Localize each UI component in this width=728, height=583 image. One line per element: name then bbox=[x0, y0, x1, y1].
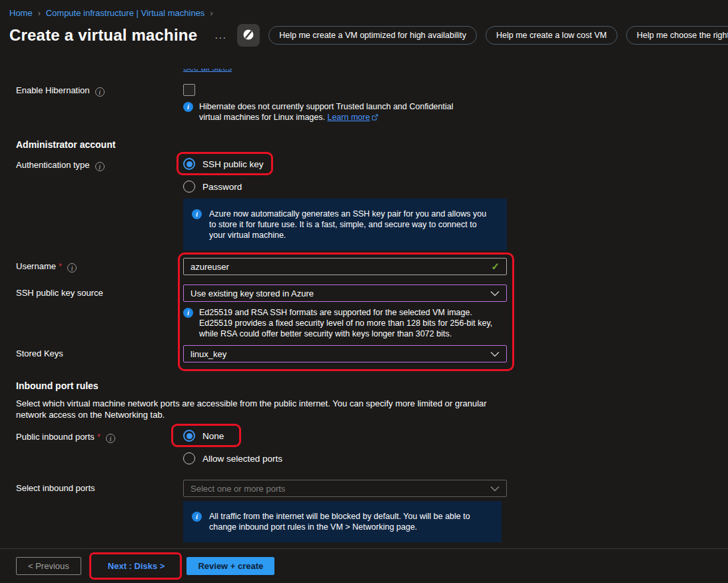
auth-option-ssh-public-key[interactable]: SSH public key bbox=[183, 158, 264, 170]
inbound-rules-heading: Inbound port rules bbox=[16, 380, 728, 391]
radio-unselected-icon[interactable] bbox=[183, 452, 195, 464]
auth-type-label: Authentication type bbox=[0, 158, 183, 193]
info-icon[interactable] bbox=[95, 162, 105, 171]
info-icon bbox=[183, 102, 193, 112]
public-ports-option-none[interactable]: None bbox=[183, 430, 224, 442]
info-icon bbox=[192, 209, 202, 219]
wizard-footer: < Previous Next : Disks > Review + creat… bbox=[0, 548, 728, 583]
valid-check-icon: ✓ bbox=[491, 261, 500, 273]
blocked-traffic-infobox: All traffic from the internet will be bl… bbox=[183, 501, 502, 542]
key-source-dropdown[interactable]: Use existing key stored in Azure bbox=[183, 285, 507, 302]
external-link-icon bbox=[372, 113, 378, 123]
previous-button[interactable]: < Previous bbox=[16, 557, 81, 575]
info-icon[interactable] bbox=[106, 434, 115, 443]
breadcrumb: Home›Compute infrastructure | Virtual ma… bbox=[0, 0, 728, 18]
page-title: Create a virtual machine bbox=[9, 26, 197, 45]
ssh-keypair-infobox: Azure now automatically generates an SSH… bbox=[183, 199, 507, 251]
chevron-down-icon bbox=[490, 349, 500, 359]
overflow-menu-icon[interactable]: ··· bbox=[214, 31, 226, 43]
radio-selected-icon[interactable] bbox=[183, 158, 195, 170]
hibernation-label: Enable Hibernation bbox=[0, 84, 183, 97]
public-ports-option-allow[interactable]: Allow selected ports bbox=[183, 452, 507, 464]
info-icon bbox=[192, 512, 202, 522]
see-all-sizes-link[interactable]: See all sizes bbox=[183, 69, 263, 73]
hibernation-info-text: Hibernate does not currently support Tru… bbox=[199, 101, 476, 123]
stored-keys-label: Stored Keys bbox=[0, 345, 183, 362]
create-vm-form: See all sizes Enable Hibernation Hiberna… bbox=[0, 49, 728, 542]
blocked-traffic-info-text: All traffic from the internet will be bl… bbox=[209, 511, 479, 532]
breadcrumb-section-link[interactable]: Compute infrastructure | Virtual machine… bbox=[46, 8, 205, 18]
radio-unselected-icon[interactable] bbox=[183, 181, 195, 193]
title-row: Create a virtual machine ··· Help me cre… bbox=[9, 22, 728, 49]
select-ports-dropdown[interactable]: Select one or more ports bbox=[183, 480, 507, 497]
key-source-label: SSH public key source bbox=[0, 285, 183, 302]
key-formats-info-text: Ed25519 and RSA SSH formats are supporte… bbox=[199, 307, 500, 339]
info-icon[interactable] bbox=[95, 87, 105, 97]
chevron-right-icon: › bbox=[38, 9, 41, 18]
inbound-rules-description: Select which virtual machine network por… bbox=[16, 398, 509, 420]
copilot-pill-high-availability[interactable]: Help me create a VM optimized for high a… bbox=[268, 26, 477, 45]
breadcrumb-home-link[interactable]: Home bbox=[9, 8, 33, 18]
next-disks-button[interactable]: Next : Disks > bbox=[96, 557, 177, 575]
see-all-sizes-clip: See all sizes bbox=[183, 69, 263, 75]
select-ports-label: Select inbound ports bbox=[0, 480, 183, 497]
username-input[interactable]: azureuser ✓ bbox=[183, 258, 507, 275]
ssh-fields-annotation-group: Username azureuser ✓ SSH public key sour… bbox=[0, 258, 728, 362]
copilot-icon bbox=[242, 28, 255, 43]
ssh-keypair-info-text: Azure now automatically generates an SSH… bbox=[209, 209, 489, 241]
copilot-pill-low-cost[interactable]: Help me create a low cost VM bbox=[486, 26, 617, 45]
username-label: Username bbox=[0, 258, 183, 275]
hibernation-checkbox[interactable] bbox=[183, 84, 195, 96]
copilot-pill-vm-size[interactable]: Help me choose the right VM size for my … bbox=[626, 26, 728, 45]
chevron-right-icon: › bbox=[210, 9, 212, 18]
auth-option-password[interactable]: Password bbox=[183, 181, 507, 193]
chevron-down-icon bbox=[490, 289, 500, 298]
info-icon bbox=[183, 308, 193, 318]
radio-selected-icon[interactable] bbox=[183, 430, 195, 442]
chevron-down-icon bbox=[490, 484, 500, 494]
review-create-button[interactable]: Review + create bbox=[186, 557, 274, 575]
info-icon[interactable] bbox=[67, 263, 77, 273]
public-ports-label: Public inbound ports bbox=[0, 430, 183, 464]
stored-keys-dropdown[interactable]: linux_key bbox=[183, 345, 507, 362]
copilot-button[interactable] bbox=[237, 24, 260, 47]
admin-account-heading: Administrator account bbox=[16, 139, 728, 150]
learn-more-link[interactable]: Learn more bbox=[327, 113, 370, 122]
